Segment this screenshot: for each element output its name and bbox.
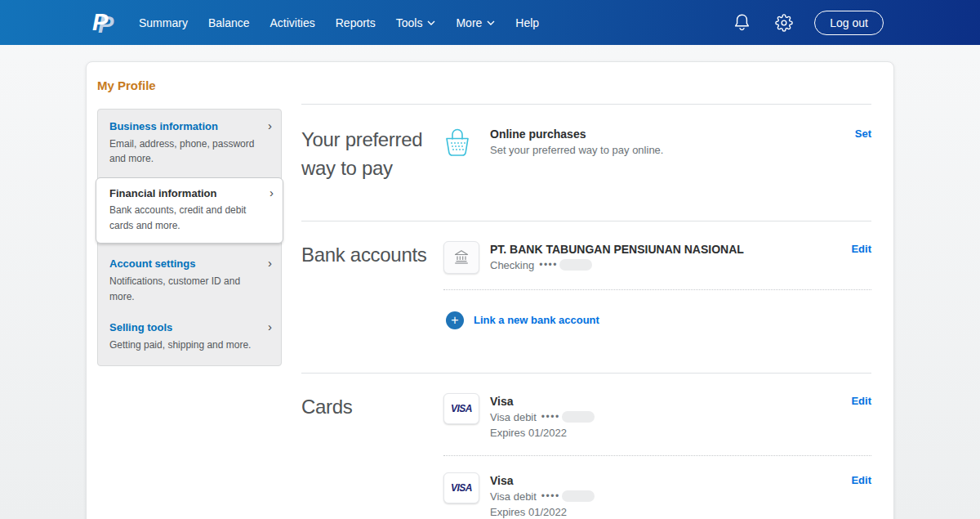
sidebar-item-description: Email, address, phone, password and more…: [109, 136, 260, 167]
masked-digits: ••••: [541, 411, 560, 423]
online-purchases-description: Set your preferred way to pay online.: [490, 144, 814, 156]
card-network: Visa: [490, 393, 814, 408]
profile-content: Business information Email, address, pho…: [87, 104, 893, 519]
card-row: VISA Visa Visa debit •••• Expires 01/202…: [443, 472, 871, 519]
visa-logo-badge: VISA: [443, 393, 479, 424]
profile-sidebar: Business information Email, address, pho…: [97, 109, 282, 366]
nav-item-label: Summary: [139, 16, 188, 29]
set-link[interactable]: Set: [855, 128, 871, 140]
edit-card-link[interactable]: Edit: [851, 474, 871, 486]
nav-item-help[interactable]: Help: [515, 16, 539, 29]
icon-column: [443, 126, 490, 162]
redacted-card-number: [562, 411, 595, 423]
plus-icon[interactable]: +: [446, 311, 464, 329]
card-row: VISA Visa Visa debit •••• Expires 01/202…: [443, 393, 871, 439]
chevron-down-icon: [487, 20, 495, 25]
financial-info-panel: Your preferred way to pay: [301, 104, 871, 519]
nav-actions: Log out: [733, 11, 884, 35]
gear-icon: [775, 14, 793, 32]
nav-item-activities[interactable]: Activities: [270, 16, 315, 29]
sidebar-item-label: Financial information: [109, 186, 261, 201]
nav-item-balance[interactable]: Balance: [208, 16, 250, 29]
nav-item-tools[interactable]: Tools: [396, 16, 436, 29]
sidebar-item-description: Getting paid, shipping and more.: [109, 338, 260, 353]
sidebar-item-description: Notifications, customer ID and more.: [109, 274, 260, 304]
nav-item-label: More: [456, 16, 482, 29]
sidebar-item-business-information[interactable]: Business information Email, address, pho…: [98, 111, 281, 175]
svg-text:P: P: [92, 9, 109, 35]
masked-digits: ••••: [541, 490, 560, 502]
primary-nav: Summary Balance Activities Reports Tools…: [139, 16, 539, 29]
icon-column: VISA: [443, 393, 490, 424]
paypal-monogram-icon: P P: [90, 8, 116, 38]
sidebar-item-financial-information[interactable]: Financial information Bank accounts, cre…: [96, 177, 283, 244]
preferred-way-to-pay-section: Your preferred way to pay: [301, 105, 871, 221]
nav-item-reports[interactable]: Reports: [336, 16, 376, 29]
visa-logo-badge: VISA: [443, 472, 479, 503]
logout-button[interactable]: Log out: [814, 11, 884, 35]
bell-icon: [733, 13, 751, 32]
card-meta: Visa debit ••••: [490, 490, 814, 503]
row-divider: [443, 289, 871, 290]
section-heading: Your preferred way to pay: [301, 126, 443, 183]
card-expiry: Expires 01/2022: [490, 506, 814, 518]
nav-item-label: Activities: [270, 16, 315, 29]
section-heading: Bank accounts: [301, 241, 443, 373]
chevron-right-icon: ›: [270, 186, 274, 199]
chevron-right-icon: ›: [268, 256, 272, 270]
settings-button[interactable]: [775, 14, 793, 32]
card-subtype: Visa debit: [490, 490, 537, 503]
bank-name: PT. BANK TABUNGAN PENSIUNAN NASIONAL: [490, 241, 814, 256]
icon-column: VISA: [443, 472, 490, 503]
redacted-card-number: [562, 490, 595, 502]
bank-building-icon: [453, 249, 470, 265]
shopping-basket-icon: [443, 126, 471, 159]
edit-card-link[interactable]: Edit: [851, 395, 871, 407]
nav-item-label: Reports: [336, 16, 376, 29]
notifications-button[interactable]: [733, 13, 751, 32]
bank-tile: [443, 241, 479, 274]
bank-account-meta: Checking ••••: [490, 259, 814, 271]
nav-item-label: Balance: [208, 16, 250, 29]
sidebar-item-account-settings[interactable]: Account settings Notifications, customer…: [98, 248, 281, 312]
card-subtype: Visa debit: [490, 411, 537, 423]
section-heading: Cards: [301, 393, 443, 519]
online-purchases-title: Online purchases: [490, 126, 814, 141]
card-expiry: Expires 01/2022: [490, 427, 814, 439]
sidebar-item-label: Selling tools: [109, 320, 260, 335]
page-title: My Profile: [87, 62, 893, 104]
sidebar-item-label: Business information: [109, 119, 260, 134]
card-meta: Visa debit ••••: [490, 411, 814, 423]
link-new-bank-account[interactable]: + Link a new bank account: [446, 311, 871, 329]
nav-item-summary[interactable]: Summary: [139, 16, 188, 29]
sidebar-item-description: Bank accounts, credit and debit cards an…: [109, 203, 261, 233]
row-divider: [443, 455, 871, 456]
profile-card: My Profile Business information Email, a…: [86, 61, 894, 519]
bank-accounts-section: Bank accounts: [301, 221, 871, 373]
chevron-down-icon: [427, 20, 435, 25]
top-navbar: P P Summary Balance Activities Reports T…: [0, 0, 980, 45]
card-network: Visa: [490, 472, 814, 487]
chevron-right-icon: ›: [268, 119, 272, 132]
paypal-logo[interactable]: P P: [90, 8, 116, 38]
nav-item-more[interactable]: More: [456, 16, 495, 29]
account-type: Checking: [490, 259, 534, 271]
nav-item-label: Tools: [396, 16, 423, 29]
bank-account-row: PT. BANK TABUNGAN PENSIUNAN NASIONAL Che…: [443, 241, 871, 274]
chevron-right-icon: ›: [268, 320, 272, 333]
edit-bank-link[interactable]: Edit: [851, 243, 871, 255]
sidebar-item-selling-tools[interactable]: Selling tools Getting paid, shipping and…: [98, 312, 281, 360]
online-purchases-row: Online purchases Set your preferred way …: [443, 126, 871, 162]
cards-section: Cards VISA Visa Visa debit ••••: [301, 374, 871, 519]
link-new-bank-account-label[interactable]: Link a new bank account: [474, 314, 599, 326]
redacted-account-number: [559, 259, 592, 271]
icon-column: [443, 241, 490, 274]
nav-item-label: Help: [515, 16, 539, 29]
sidebar-item-label: Account settings: [109, 257, 260, 271]
masked-digits: ••••: [539, 259, 558, 271]
